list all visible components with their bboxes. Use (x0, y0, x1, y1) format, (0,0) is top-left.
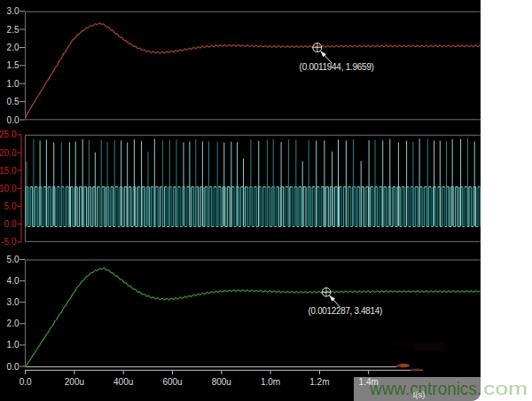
svg-text:4.0: 4.0 (7, 276, 20, 286)
svg-text:0.0: 0.0 (4, 219, 17, 229)
svg-text:0.5: 0.5 (7, 97, 20, 106)
svg-text:200u: 200u (65, 377, 84, 387)
svg-text:(0.0011944, 1.9659): (0.0011944, 1.9659) (300, 61, 374, 72)
svg-text:1.5: 1.5 (7, 60, 20, 70)
svg-text:3.0: 3.0 (7, 297, 20, 307)
svg-text:400u: 400u (113, 377, 133, 387)
svg-text:10.0: 10.0 (0, 184, 17, 193)
svg-text:1.0m: 1.0m (261, 377, 280, 387)
svg-text:(0.0012287, 3.4814): (0.0012287, 3.4814) (309, 305, 383, 316)
svg-text:www.cntronics.: www.cntronics. (369, 378, 481, 398)
svg-text:5.0: 5.0 (7, 255, 20, 264)
svg-text:600u: 600u (162, 377, 182, 387)
svg-text:t(s): t(s) (413, 389, 426, 399)
svg-text:20.0: 20.0 (0, 148, 17, 158)
svg-text:15.0: 15.0 (0, 166, 17, 176)
svg-text:2.5: 2.5 (7, 25, 20, 35)
svg-text:-5.0: -5.0 (1, 237, 17, 247)
svg-text:25.0: 25.0 (0, 130, 17, 139)
svg-text:800u: 800u (212, 377, 231, 387)
svg-text:com: com (483, 378, 528, 398)
svg-text:1.0: 1.0 (7, 340, 20, 350)
svg-text:1.0: 1.0 (7, 79, 20, 89)
svg-text:2.0: 2.0 (7, 43, 20, 52)
svg-text:5.0: 5.0 (4, 201, 17, 211)
svg-text:2.0: 2.0 (7, 318, 20, 328)
svg-text:0.0: 0.0 (7, 115, 20, 125)
svg-text:0.0: 0.0 (20, 377, 32, 387)
svg-text:1.2m: 1.2m (309, 377, 329, 387)
svg-text:0.0: 0.0 (7, 362, 20, 372)
svg-text:3.0: 3.0 (7, 6, 20, 16)
